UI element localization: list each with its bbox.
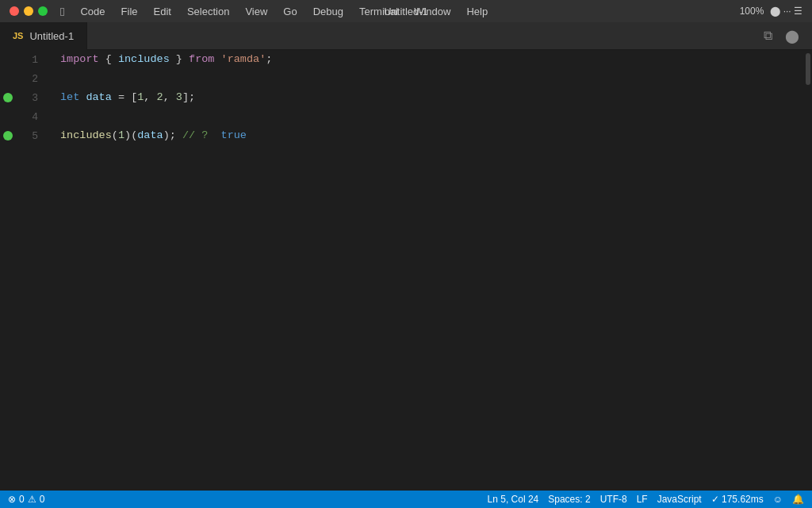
menu-selection[interactable]: Selection [181, 4, 236, 19]
warning-count: 0 [40, 494, 45, 505]
cursor-position[interactable]: Ln 5, Col 24 [488, 494, 539, 505]
encoding[interactable]: UTF-8 [600, 494, 627, 505]
apple-logo:  [60, 5, 64, 18]
code-token: from [189, 50, 214, 69]
code-token: let [60, 88, 79, 107]
code-line[interactable]: let data = [1, 2, 3]; [60, 88, 791, 107]
titlebar-right: 100% ⬤ ··· ☰ [740, 6, 802, 17]
menu-go[interactable]: Go [277, 4, 303, 19]
code-token [208, 126, 220, 145]
smiley-icon[interactable]: ☺ [773, 494, 783, 505]
error-count: 0 [19, 494, 25, 505]
battery-indicator: 100% [740, 6, 764, 17]
line-ending[interactable]: LF [637, 494, 648, 505]
errors-indicator[interactable]: ⊗ 0 ⚠ 0 [8, 494, 44, 505]
code-token: , [163, 88, 176, 107]
line-number: 5 [13, 130, 44, 142]
code-token: = [ [112, 88, 137, 107]
code-token: includes [60, 126, 112, 145]
menu-edit[interactable]: Edit [147, 4, 178, 19]
code-token [79, 88, 86, 107]
code-token: ; [266, 50, 272, 69]
code-token: // ? [176, 126, 209, 145]
notification-icon[interactable]: 🔔 [792, 494, 804, 505]
tabbar: JS Untitled-1 ⧉ ⬤ [0, 22, 812, 50]
timing-info: ✓ 175.62ms [711, 494, 764, 505]
code-token: ); [163, 126, 176, 145]
statusbar-left: ⊗ 0 ⚠ 0 [8, 494, 44, 505]
window-title: Untitled-1 [384, 6, 428, 17]
code-token: 1 [137, 88, 144, 107]
code-token: { [99, 50, 118, 69]
line-number: 2 [13, 73, 44, 85]
menu-debug[interactable]: Debug [307, 4, 350, 19]
code-token: , [144, 88, 156, 107]
line-number: 4 [13, 111, 44, 123]
code-token: 'ramda' [221, 50, 266, 69]
menu-help[interactable]: Help [460, 4, 494, 19]
maximize-button[interactable] [38, 6, 48, 16]
gutter-row: 3 [0, 88, 48, 107]
titlebar:  Code File Edit Selection View Go Debug… [0, 0, 812, 22]
gutter-row: 4 [0, 107, 48, 126]
code-line[interactable] [60, 107, 791, 126]
code-token: } [170, 50, 189, 69]
minimize-button[interactable] [24, 6, 33, 16]
code-token: 2 [157, 88, 163, 107]
code-token: ( [112, 126, 118, 145]
scrollbar-thumb[interactable] [806, 53, 810, 85]
code-token: )( [124, 126, 137, 145]
error-icon: ⊗ [8, 494, 16, 505]
gutter-row: 5 [0, 126, 48, 145]
language-mode[interactable]: JavaScript [657, 494, 702, 505]
editor-tab[interactable]: JS Untitled-1 [0, 22, 87, 50]
code-token: ]; [182, 88, 195, 107]
statusbar: ⊗ 0 ⚠ 0 Ln 5, Col 24 Spaces: 2 UTF-8 LF … [0, 491, 812, 508]
code-token [214, 50, 220, 69]
statusbar-right: Ln 5, Col 24 Spaces: 2 UTF-8 LF JavaScri… [488, 494, 804, 505]
gutter-row: 2 [0, 69, 48, 88]
code-line[interactable] [60, 69, 791, 88]
tab-actions: ⧉ ⬤ [760, 29, 812, 44]
menu-icons: ⬤ ··· ☰ [770, 6, 802, 17]
code-token: true [221, 126, 247, 145]
line-number: 1 [13, 54, 44, 66]
menu-file[interactable]: File [115, 4, 144, 19]
tab-label: Untitled-1 [29, 30, 74, 42]
code-token: data [137, 126, 163, 145]
debug-dot [3, 131, 13, 140]
code-line[interactable]: import { includes } from 'ramda'; [60, 50, 791, 69]
menu-code[interactable]: Code [74, 4, 111, 19]
debug-dot [3, 93, 13, 102]
code-token: data [86, 88, 111, 107]
js-file-icon: JS [13, 31, 23, 40]
menu-view[interactable]: View [239, 4, 274, 19]
code-editor[interactable]: import { includes } from 'ramda';let dat… [48, 50, 804, 491]
more-actions-button[interactable]: ⬤ [782, 29, 802, 44]
code-line[interactable]: includes(1)(data); // ? true [60, 126, 791, 145]
close-button[interactable] [10, 6, 19, 16]
warning-icon: ⚠ [28, 494, 36, 505]
editor: 12345 import { includes } from 'ramda';l… [0, 50, 812, 491]
code-token: 1 [118, 126, 124, 145]
split-editor-button[interactable]: ⧉ [760, 29, 776, 43]
indentation[interactable]: Spaces: 2 [548, 494, 590, 505]
menu-bar:  Code File Edit Selection View Go Debug… [60, 4, 494, 19]
code-token: includes [118, 50, 170, 69]
gutter-row: 1 [0, 50, 48, 69]
line-gutter: 12345 [0, 50, 48, 491]
code-token: import [60, 50, 99, 69]
traffic-lights [10, 6, 48, 16]
scrollbar[interactable] [804, 50, 812, 491]
line-number: 3 [13, 92, 44, 104]
code-token: 3 [176, 88, 182, 107]
